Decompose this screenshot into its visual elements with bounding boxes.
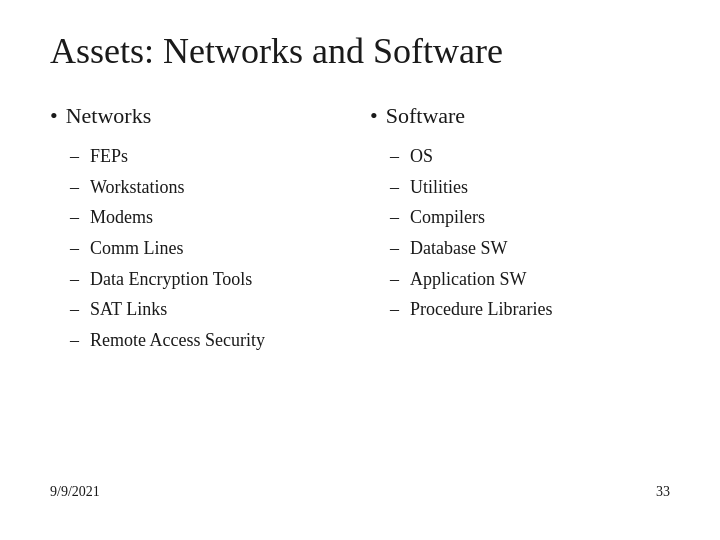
networks-column: • Networks – FEPs – Workstations – Modem… [50,103,350,474]
list-item: – Utilities [390,172,670,203]
dash-icon: – [390,141,402,172]
software-item-0: OS [410,141,433,172]
software-header: • Software [370,103,670,129]
dash-icon: – [390,264,402,295]
networks-item-0: FEPs [90,141,128,172]
dash-icon: – [70,264,82,295]
dash-icon: – [70,172,82,203]
list-item: – Compilers [390,202,670,233]
list-item: – Application SW [390,264,670,295]
list-item: – OS [390,141,670,172]
networks-list: – FEPs – Workstations – Modems – Comm Li… [50,141,350,355]
slide: Assets: Networks and Software • Networks… [0,0,720,540]
content-columns: • Networks – FEPs – Workstations – Modem… [50,103,670,474]
networks-item-1: Workstations [90,172,185,203]
networks-item-4: Data Encryption Tools [90,264,252,295]
networks-title: Networks [66,103,152,129]
dash-icon: – [70,202,82,233]
dash-icon: – [390,172,402,203]
list-item: – Remote Access Security [70,325,350,356]
footer-date: 9/9/2021 [50,484,100,500]
list-item: – Workstations [70,172,350,203]
slide-title: Assets: Networks and Software [50,30,670,73]
software-list: – OS – Utilities – Compilers – Database … [370,141,670,325]
dash-icon: – [70,294,82,325]
networks-item-2: Modems [90,202,153,233]
slide-footer: 9/9/2021 33 [50,474,670,500]
networks-header: • Networks [50,103,350,129]
software-item-5: Procedure Libraries [410,294,552,325]
list-item: – Database SW [390,233,670,264]
list-item: – Procedure Libraries [390,294,670,325]
dash-icon: – [70,233,82,264]
dash-icon: – [390,294,402,325]
software-bullet: • [370,103,378,129]
networks-item-3: Comm Lines [90,233,184,264]
list-item: – Comm Lines [70,233,350,264]
networks-bullet: • [50,103,58,129]
dash-icon: – [70,141,82,172]
software-column: • Software – OS – Utilities – Compilers … [370,103,670,474]
dash-icon: – [390,202,402,233]
software-item-3: Database SW [410,233,507,264]
software-item-1: Utilities [410,172,468,203]
list-item: – Data Encryption Tools [70,264,350,295]
networks-item-5: SAT Links [90,294,167,325]
software-item-2: Compilers [410,202,485,233]
networks-item-6: Remote Access Security [90,325,265,356]
list-item: – SAT Links [70,294,350,325]
dash-icon: – [70,325,82,356]
list-item: – FEPs [70,141,350,172]
footer-page: 33 [656,484,670,500]
software-title: Software [386,103,465,129]
list-item: – Modems [70,202,350,233]
dash-icon: – [390,233,402,264]
software-item-4: Application SW [410,264,526,295]
